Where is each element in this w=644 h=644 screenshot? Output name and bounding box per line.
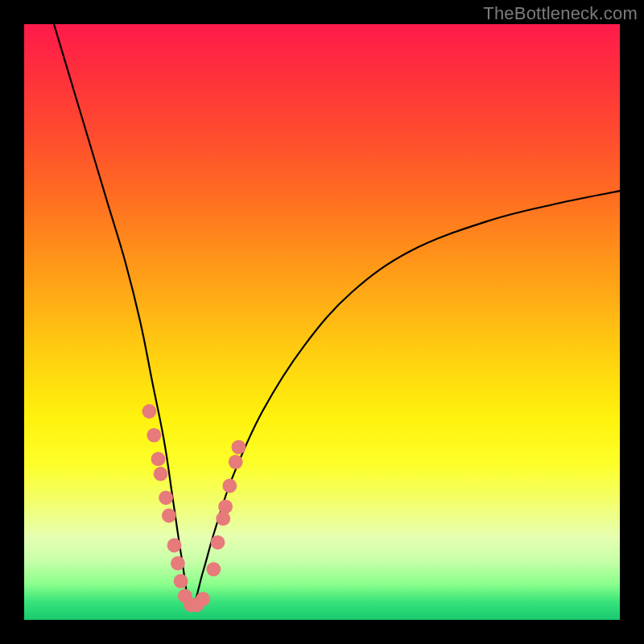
data-dot [151,452,166,466]
data-dot [159,490,173,505]
plot-area [24,24,620,620]
data-dot [232,440,246,455]
data-dot [196,592,210,606]
data-dot [167,539,182,553]
data-dot [171,556,185,571]
data-dot [154,467,168,481]
data-dot [229,455,243,469]
data-dots [142,404,246,612]
data-dot [222,479,237,493]
data-dot [162,509,176,523]
data-dot [211,535,225,550]
watermark-text: TheBottleneck.com [483,3,638,24]
data-dot [142,404,157,419]
chart-frame: TheBottleneck.com [0,0,644,644]
data-dot [206,562,221,576]
data-dot [218,500,233,514]
data-dot [147,428,161,443]
data-dot [174,574,188,588]
bottleneck-curve [54,24,620,608]
data-dot [216,511,230,526]
chart-svg [24,24,620,620]
